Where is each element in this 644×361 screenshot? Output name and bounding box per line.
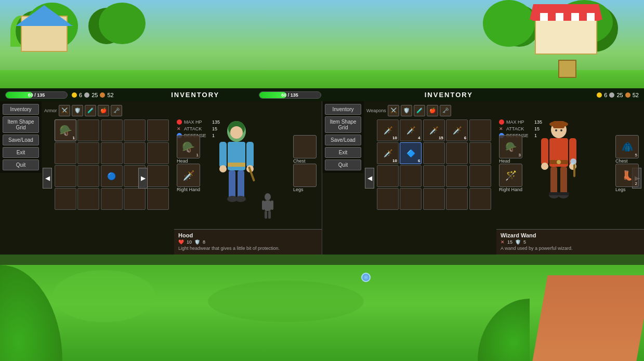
grid-cell-3-0[interactable] <box>55 188 76 210</box>
equip-icon-key[interactable]: 🗝️ <box>111 105 122 116</box>
svg-rect-16 <box>262 200 265 210</box>
grid-cell-2-0[interactable] <box>55 165 76 187</box>
equip-icon-key-r[interactable]: 🗝️ <box>440 105 451 116</box>
r-grid-cell-2-0[interactable] <box>377 165 399 187</box>
grid-cell-1-2[interactable] <box>101 142 123 164</box>
item-shape-grid-button-right[interactable]: Item Shape Grid <box>325 116 361 133</box>
r-grid-cell-0-1[interactable]: 🗡️ 4 <box>400 119 422 141</box>
r-grid-cell-1-2[interactable] <box>423 142 445 164</box>
quit-button-right[interactable]: Quit <box>325 159 361 170</box>
chest-label-left: Chest <box>293 158 319 164</box>
item-info-right: Wizard Wand ✕ 15 🛡️ 5 A wand used by a p… <box>496 229 644 255</box>
left-sidebar: Inventory Item Shape Grid Save/Load Exit… <box>0 101 42 173</box>
item-name-right: Wizard Wand <box>501 232 640 238</box>
grid-cell-1-4[interactable] <box>147 142 169 164</box>
svg-rect-28 <box>541 138 548 165</box>
nav-arrow-left-right[interactable]: ◀ <box>365 168 374 189</box>
currency-right-group: 6 25 52 <box>512 92 639 98</box>
grid-cell-1-1[interactable] <box>77 142 99 164</box>
equip-icon-sword[interactable]: ⚔️ <box>59 105 70 116</box>
inventory-button-right[interactable]: Inventory <box>325 104 361 115</box>
r-grid-cell-1-1[interactable]: 🔷 6 <box>400 142 422 164</box>
r-grid-cell-1-0[interactable]: 🗡️ 10 <box>377 142 399 164</box>
svg-rect-32 <box>573 163 575 177</box>
r-grid-cell-2-4[interactable] <box>469 165 491 187</box>
r-grid-cell-0-0[interactable]: 🗡️ 10 <box>377 119 399 141</box>
r-grid-cell-0-4[interactable] <box>469 119 491 141</box>
exit-button-right[interactable]: Exit <box>325 147 361 158</box>
svg-rect-5 <box>219 142 227 168</box>
item-stat1-icon-left: ❤️ <box>178 239 184 245</box>
svg-rect-6 <box>246 142 254 168</box>
save-load-button-right[interactable]: Save/Load <box>325 135 361 145</box>
svg-rect-38 <box>549 192 559 195</box>
equip-icon-potion[interactable]: 🧪 <box>85 105 96 116</box>
character-figure-right <box>525 114 593 223</box>
r-grid-cell-2-2[interactable] <box>423 165 445 187</box>
r-grid-cell-0-3[interactable]: 🗡️ 6 <box>446 119 468 141</box>
grid-cell-1-0[interactable] <box>55 142 76 164</box>
svg-rect-39 <box>559 192 569 195</box>
nav-arrow-right-left[interactable]: ▶ <box>138 168 148 189</box>
quit-button-left[interactable]: Quit <box>3 159 39 170</box>
r-grid-cell-3-3[interactable] <box>446 188 468 210</box>
grid-cell-0-2[interactable] <box>101 119 123 141</box>
coin-gold-right <box>597 92 602 98</box>
head-slot-label-right: Head <box>499 158 522 164</box>
right-hand-slot-box-left[interactable]: 🗡️ <box>177 164 200 187</box>
chest-slot-box-left[interactable] <box>293 135 317 158</box>
svg-rect-35 <box>560 167 567 195</box>
svg-rect-17 <box>271 200 273 210</box>
hp-text-right: 60 / 135 <box>281 92 298 98</box>
grid-cell-0-0[interactable]: 🪖 1 <box>55 119 76 141</box>
equip-icon-shield[interactable]: 🛡️ <box>72 105 83 116</box>
svg-rect-10 <box>229 170 235 199</box>
r-grid-cell-3-0[interactable] <box>377 188 399 210</box>
grid-cell-1-3[interactable] <box>124 142 146 164</box>
grid-cell-3-2[interactable] <box>101 188 123 210</box>
blue-orb <box>361 273 371 282</box>
grid-cell-0-1[interactable] <box>77 119 99 141</box>
equip-icon-shield-r[interactable]: 🛡️ <box>401 105 412 116</box>
svg-rect-18 <box>265 211 267 219</box>
head-slot-box-left[interactable]: 🪖 1 <box>177 135 200 158</box>
r-grid-cell-1-4[interactable] <box>469 142 491 164</box>
item-shape-grid-button-left[interactable]: Item Shape Grid <box>3 116 39 133</box>
r-grid-cell-0-2[interactable]: 🗡️ 15 <box>423 119 445 141</box>
legs-slot-box-left[interactable] <box>293 164 317 187</box>
r-grid-cell-3-1[interactable] <box>400 188 422 210</box>
item-stat1-val-right: 15 <box>507 239 512 245</box>
nav-arrow-left-left[interactable]: ◀ <box>43 168 52 189</box>
grid-cell-0-3[interactable] <box>124 119 146 141</box>
svg-point-24 <box>560 129 562 131</box>
chest-slot-box-right[interactable]: 🧥 5 <box>615 135 639 158</box>
r-grid-cell-3-4[interactable] <box>469 188 491 210</box>
inventory-button-left[interactable]: Inventory <box>3 104 39 115</box>
right-hand-slot-right: 🪄 Right Hand <box>499 164 522 192</box>
exit-button-left[interactable]: Exit <box>3 147 39 158</box>
legs-slot-box-right[interactable]: 👢 2 <box>615 164 639 187</box>
equip-icon-sword-r[interactable]: ⚔️ <box>388 105 399 116</box>
equip-icon-apple[interactable]: 🍎 <box>98 105 109 116</box>
r-grid-cell-1-3[interactable] <box>446 142 468 164</box>
head-slot-box-right[interactable]: 🪖 3 <box>499 135 522 158</box>
grid-cell-2-1[interactable] <box>77 165 99 187</box>
save-load-button-left[interactable]: Save/Load <box>3 135 39 145</box>
equip-icon-apple-r[interactable]: 🍎 <box>427 105 438 116</box>
grid-cell-3-1[interactable] <box>77 188 99 210</box>
grid-cell-2-2[interactable]: 🔵 <box>101 165 123 187</box>
equip-icon-potion-r[interactable]: 🧪 <box>414 105 425 116</box>
legs-label-left: Legs <box>293 187 319 192</box>
r-grid-cell-3-2[interactable] <box>423 188 445 210</box>
grid-cell-2-4[interactable] <box>147 165 169 187</box>
bronze-amount-right: 52 <box>633 92 639 98</box>
grid-cell-0-4[interactable] <box>147 119 169 141</box>
right-hand-slot-box-right[interactable]: 🪄 <box>499 164 522 187</box>
item-stat2-icon-right: 🛡️ <box>515 239 521 245</box>
armor-label: Armor <box>44 108 57 113</box>
hud-right-section: 60 / 135 <box>259 91 386 99</box>
grid-cell-3-4[interactable] <box>147 188 169 210</box>
grid-cell-3-3[interactable] <box>124 188 146 210</box>
r-grid-cell-2-1[interactable] <box>400 165 422 187</box>
r-grid-cell-2-3[interactable] <box>446 165 468 187</box>
